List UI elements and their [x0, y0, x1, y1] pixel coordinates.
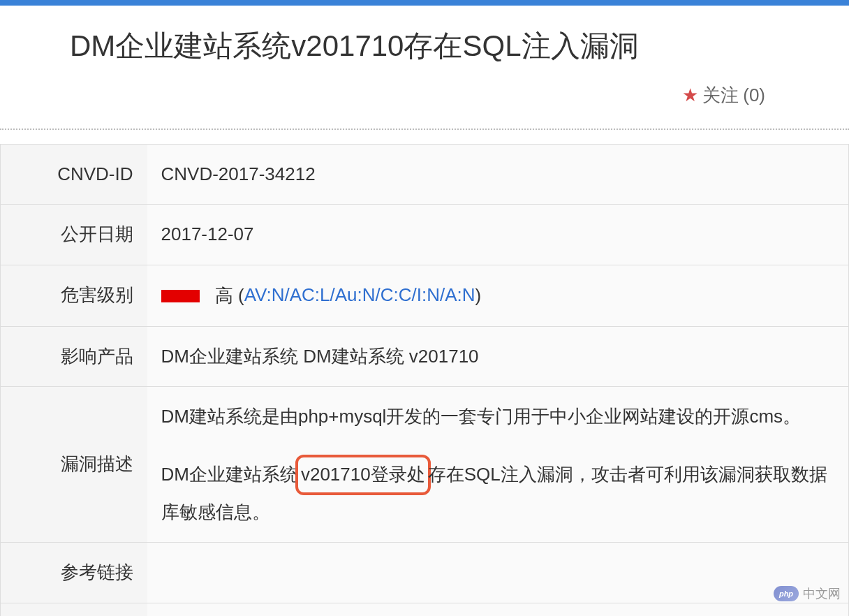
description-para-1: DM建站系统是由php+mysql开发的一套专门用于中小企业网站建设的开源cms…: [161, 399, 835, 434]
desc2-pre: DM企业建站系统: [161, 464, 298, 485]
vulnerability-info-table: CNVD-ID CNVD-2017-34212 公开日期 2017-12-07 …: [0, 144, 849, 616]
value-solution: 厂商尚未提供漏洞修复方案，请关注厂商主页及时更新： http://www.dem…: [147, 603, 849, 616]
watermark-text: 中文网: [803, 585, 841, 602]
row-product: 影响产品 DM企业建站系统 DM建站系统 v201710: [1, 326, 849, 386]
value-severity: 高 (AV:N/AC:L/Au:N/C:C/I:N/A:N): [147, 265, 849, 326]
top-accent-bar: [0, 0, 849, 6]
label-description: 漏洞描述: [1, 386, 147, 542]
watermark-logo-icon: php: [774, 586, 799, 601]
severity-bar-icon: [161, 290, 200, 302]
label-severity: 危害级别: [1, 265, 147, 326]
value-product: DM企业建站系统 DM建站系统 v201710: [147, 326, 849, 386]
follow-label: 关注: [702, 83, 739, 108]
label-solution: 漏洞解决方案: [1, 603, 147, 616]
page-title: DM企业建站系统v201710存在SQL注入漏洞: [70, 27, 779, 66]
desc2-mid: 存: [428, 464, 446, 485]
value-open-date: 2017-12-07: [147, 205, 849, 265]
label-open-date: 公开日期: [1, 205, 147, 265]
row-cnvd-id: CNVD-ID CNVD-2017-34212: [1, 145, 849, 205]
label-reference: 参考链接: [1, 543, 147, 603]
vector-suffix: ): [475, 285, 482, 306]
header-section: DM企业建站系统v201710存在SQL注入漏洞 ★ 关注(0): [0, 6, 849, 129]
row-solution: 漏洞解决方案 厂商尚未提供漏洞修复方案，请关注厂商主页及时更新： http://…: [1, 603, 849, 616]
label-cnvd-id: CNVD-ID: [1, 145, 147, 205]
highlight-box: v201710登录处: [295, 455, 431, 494]
cvss-vector-link[interactable]: AV:N/AC:L/Au:N/C:C/I:N/A:N: [244, 284, 475, 305]
follow-count: (0): [743, 85, 765, 106]
follow-button[interactable]: ★ 关注(0): [682, 83, 765, 108]
row-reference: 参考链接: [1, 543, 849, 603]
value-description: DM建站系统是由php+mysql开发的一套专门用于中小企业网站建设的开源cms…: [147, 386, 849, 542]
divider: [0, 129, 849, 130]
severity-level: 高: [215, 285, 233, 306]
row-severity: 危害级别 高 (AV:N/AC:L/Au:N/C:C/I:N/A:N): [1, 265, 849, 326]
star-icon: ★: [682, 85, 698, 106]
watermark: php 中文网: [774, 585, 841, 602]
row-description: 漏洞描述 DM建站系统是由php+mysql开发的一套专门用于中小企业网站建设的…: [1, 386, 849, 542]
desc2-highlight: v201710登录处: [301, 464, 425, 485]
vector-prefix: (: [238, 285, 244, 306]
value-cnvd-id: CNVD-2017-34212: [147, 145, 849, 205]
row-open-date: 公开日期 2017-12-07: [1, 205, 849, 265]
value-reference: [147, 543, 849, 603]
description-para-2: DM企业建站系统v201710登录处存在SQL注入漏洞，攻击者可利用该漏洞获取数…: [161, 455, 835, 529]
label-product: 影响产品: [1, 326, 147, 386]
follow-row: ★ 关注(0): [70, 83, 779, 115]
